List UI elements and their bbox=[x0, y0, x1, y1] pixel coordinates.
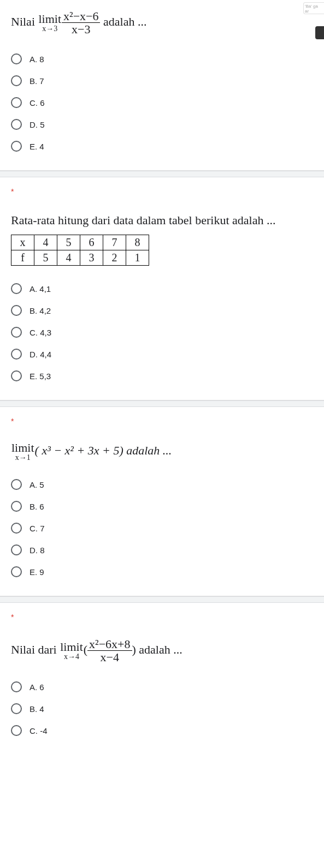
corner-badge: 'Ba' ga ar bbox=[303, 2, 324, 14]
option-a[interactable]: A. 5 bbox=[11, 474, 313, 495]
radio-icon bbox=[11, 479, 22, 490]
option-label: E. 9 bbox=[30, 567, 44, 577]
option-label: A. 6 bbox=[30, 683, 44, 692]
q4-suffix: adalah ... bbox=[136, 643, 182, 656]
table-cell: 5 bbox=[57, 235, 80, 250]
option-b[interactable]: B. 6 bbox=[11, 495, 313, 517]
data-table: x 4 5 6 7 8 f 5 4 3 2 1 bbox=[11, 235, 149, 266]
option-label: A. 8 bbox=[30, 55, 44, 64]
table-cell: 1 bbox=[126, 250, 149, 266]
question-card-4: * Nilai dari limit x→4 ( x²−6x+8 x−4 ) a… bbox=[0, 603, 324, 755]
table-row: f 5 4 3 2 1 bbox=[11, 250, 149, 266]
option-e[interactable]: E. 4 bbox=[11, 135, 313, 157]
radio-icon bbox=[11, 305, 22, 316]
option-label: D. 5 bbox=[30, 120, 45, 129]
question-card-1: Nilai limit x→3 x²−x−6 x−3 adalah ... A.… bbox=[0, 0, 324, 171]
question-title: Nilai limit x→3 x²−x−6 x−3 adalah ... bbox=[11, 10, 313, 36]
option-label: A. 5 bbox=[30, 480, 44, 489]
option-d[interactable]: D. 4,4 bbox=[11, 343, 313, 365]
option-b[interactable]: B. 4,2 bbox=[11, 300, 313, 321]
fraction-denominator: x−3 bbox=[62, 23, 100, 36]
option-label: D. 8 bbox=[30, 546, 45, 555]
table-cell: 8 bbox=[126, 235, 149, 250]
radio-icon bbox=[11, 283, 22, 294]
option-label: C. -4 bbox=[30, 726, 48, 735]
option-label: A. 4,1 bbox=[30, 284, 51, 294]
option-a[interactable]: A. 4,1 bbox=[11, 278, 313, 300]
table-cell: 5 bbox=[34, 250, 57, 266]
option-label: D. 4,4 bbox=[30, 350, 51, 359]
close-paren: ) bbox=[132, 643, 136, 656]
required-marker: * bbox=[11, 187, 313, 196]
question-card-2: * Rata-rata hitung dari data dalam tabel… bbox=[0, 177, 324, 400]
corner-bar bbox=[315, 26, 324, 39]
radio-icon bbox=[11, 349, 22, 360]
fraction: x²−6x+8 x−4 bbox=[87, 638, 132, 664]
fraction-numerator: x²−x−6 bbox=[62, 10, 100, 23]
option-c[interactable]: C. 7 bbox=[11, 517, 313, 539]
card-divider bbox=[0, 171, 324, 177]
limit-notation: limit x→3 bbox=[39, 13, 62, 33]
option-label: C. 6 bbox=[30, 98, 45, 107]
limit-top: limit bbox=[11, 442, 34, 454]
q1-prefix: Nilai bbox=[11, 15, 38, 28]
option-c[interactable]: C. 4,3 bbox=[11, 321, 313, 343]
table-cell: x bbox=[11, 235, 34, 250]
option-label: C. 4,3 bbox=[30, 328, 51, 337]
radio-icon bbox=[11, 681, 22, 692]
radio-icon bbox=[11, 53, 22, 64]
q1-suffix: adalah ... bbox=[100, 15, 146, 28]
fraction-numerator: x²−6x+8 bbox=[87, 638, 132, 651]
limit-bot: x→3 bbox=[39, 25, 62, 33]
radio-icon bbox=[11, 566, 22, 577]
radio-icon bbox=[11, 97, 22, 108]
option-label: E. 4 bbox=[30, 142, 44, 151]
radio-icon bbox=[11, 119, 22, 130]
table-cell: 3 bbox=[80, 250, 103, 266]
required-marker: * bbox=[11, 417, 313, 426]
corner-badge-text: 'Ba' ga ar bbox=[305, 4, 318, 14]
limit-bot: x→1 bbox=[11, 454, 34, 462]
question-card-3: * limit x→1 ( x³ − x² + 3x + 5) adalah .… bbox=[0, 407, 324, 596]
limit-top: limit bbox=[39, 13, 62, 25]
option-label: C. 7 bbox=[30, 524, 45, 533]
option-d[interactable]: D. 5 bbox=[11, 113, 313, 135]
option-label: B. 4 bbox=[30, 704, 44, 714]
radio-icon bbox=[11, 703, 22, 714]
option-label: B. 4,2 bbox=[30, 306, 51, 315]
card-divider bbox=[0, 400, 324, 407]
option-b[interactable]: B. 7 bbox=[11, 70, 313, 92]
question-title: Nilai dari limit x→4 ( x²−6x+8 x−4 ) ada… bbox=[11, 638, 313, 664]
fraction-denominator: x−4 bbox=[87, 651, 132, 664]
option-c[interactable]: C. -4 bbox=[11, 720, 313, 741]
option-c[interactable]: C. 6 bbox=[11, 92, 313, 113]
option-b[interactable]: B. 4 bbox=[11, 698, 313, 720]
radio-icon bbox=[11, 75, 22, 86]
option-e[interactable]: E. 9 bbox=[11, 561, 313, 583]
table-cell: 2 bbox=[103, 250, 126, 266]
option-d[interactable]: D. 8 bbox=[11, 539, 313, 561]
option-a[interactable]: A. 8 bbox=[11, 48, 313, 70]
table-cell: 4 bbox=[34, 235, 57, 250]
question-title: limit x→1 ( x³ − x² + 3x + 5) adalah ... bbox=[11, 442, 313, 462]
option-label: E. 5,3 bbox=[30, 372, 51, 381]
radio-icon bbox=[11, 141, 22, 152]
radio-icon bbox=[11, 501, 22, 512]
q3-expression: ( x³ − x² + 3x + 5) adalah ... bbox=[35, 444, 172, 457]
radio-icon bbox=[11, 370, 22, 381]
limit-top: limit bbox=[60, 641, 83, 653]
table-cell: 6 bbox=[80, 235, 103, 250]
table-cell: 7 bbox=[103, 235, 126, 250]
table-row: x 4 5 6 7 8 bbox=[11, 235, 149, 250]
radio-icon bbox=[11, 544, 22, 555]
option-a[interactable]: A. 6 bbox=[11, 676, 313, 698]
card-divider bbox=[0, 596, 324, 603]
q4-prefix: Nilai dari bbox=[11, 643, 60, 656]
radio-icon bbox=[11, 523, 22, 534]
option-e[interactable]: E. 5,3 bbox=[11, 365, 313, 387]
fraction: x²−x−6 x−3 bbox=[62, 10, 100, 36]
limit-notation: limit x→4 bbox=[60, 641, 83, 661]
option-label: B. 7 bbox=[30, 76, 44, 86]
table-cell: 4 bbox=[57, 250, 80, 266]
radio-icon bbox=[11, 725, 22, 736]
